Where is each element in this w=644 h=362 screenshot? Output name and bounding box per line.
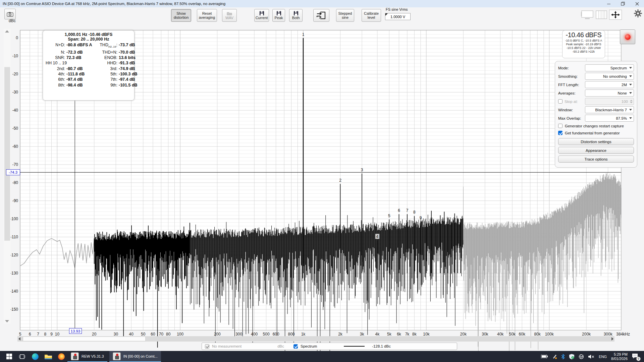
input-level-display: -10.46 dBFS -10.5 dBFS C, -10.5 dBFS A P…	[562, 30, 605, 58]
security-shield-icon[interactable]	[569, 354, 574, 359]
legend-bar: No measurement dBc Spectrum -128.1 dBc	[202, 343, 457, 350]
stepped-sine-button[interactable]: Stepped sine	[336, 9, 354, 22]
distortion-info-box: 1,000.01 Hz -10.46 dBFS Span: 20 .. 20,0…	[43, 30, 135, 101]
floppy-disk-icon	[294, 11, 298, 15]
screenshot-button[interactable]	[4, 9, 16, 19]
volume-muted-icon[interactable]	[588, 354, 594, 359]
stop-at-checkbox[interactable]	[558, 99, 562, 104]
firefox-button[interactable]	[57, 353, 65, 361]
svg-text:3k: 3k	[360, 332, 365, 337]
smoothing-dropdown[interactable]: No smoothing	[585, 73, 634, 80]
window-title: IN [00-00] on Comtrue ASIO Device GA at …	[3, 2, 225, 6]
cursor-frequency-readout: 13.93	[69, 328, 82, 334]
svg-text:70: 70	[159, 332, 164, 337]
layout-single-icon[interactable]	[581, 10, 594, 19]
taskbar-app-rew[interactable]: REW V5.31.3	[67, 351, 107, 362]
scroll-right-icon[interactable]	[611, 337, 613, 341]
taskbar-clock[interactable]: 5:29 PM 8/01/2026	[611, 352, 628, 361]
pen-icon[interactable]	[552, 354, 557, 359]
svg-text:1: 1	[302, 32, 305, 37]
restore-button[interactable]	[616, 0, 630, 7]
svg-text:8: 8	[44, 332, 47, 337]
no-measurement-checkbox[interactable]	[205, 344, 209, 349]
save-current-button[interactable]: Current	[254, 9, 269, 22]
svg-text:8k: 8k	[412, 332, 417, 337]
save-both-button[interactable]: Both	[289, 9, 303, 22]
appearance-button[interactable]: Appearance	[558, 147, 634, 154]
network-globe-icon[interactable]	[579, 354, 584, 359]
svg-text:200k: 200k	[582, 332, 591, 337]
minimize-button[interactable]	[602, 0, 616, 7]
vertical-scrollbar[interactable]	[4, 29, 11, 324]
record-button[interactable]	[620, 29, 635, 44]
spin-corner-icon	[385, 13, 388, 16]
svg-text:40: 40	[129, 332, 134, 337]
svg-text:-20: -20	[12, 72, 18, 76]
scroll-left-icon[interactable]	[18, 337, 20, 341]
svg-text:10: 10	[55, 332, 60, 337]
svg-text:-150: -150	[10, 307, 18, 312]
svg-text:-100: -100	[10, 217, 18, 221]
show-distortion-button[interactable]: Show distortion	[171, 9, 191, 22]
fundamental-from-generator-checkbox[interactable]	[558, 131, 562, 135]
chevron-down-icon	[629, 117, 632, 119]
floppy-disk-icon	[260, 11, 264, 15]
max-overlap-dropdown[interactable]: 87.5%	[585, 115, 634, 122]
svg-text:40k: 40k	[497, 332, 504, 337]
layout-columns-icon[interactable]	[596, 10, 607, 19]
svg-text:100k: 100k	[545, 332, 554, 337]
save-peak-button[interactable]: Peak	[272, 9, 285, 22]
settings-gear-icon[interactable]	[634, 9, 642, 17]
reset-averaging-button[interactable]: Reset averaging	[197, 9, 217, 22]
chevron-down-icon	[629, 92, 632, 94]
distortion-values-grid: N+D:-80.8 dBFS ATHDH2..19:-73.7 dB N:-72…	[46, 42, 131, 88]
taskbar-window-spectrum[interactable]: IN [00-00] on Comt...	[109, 351, 161, 362]
input-routing-button[interactable]	[313, 9, 329, 22]
task-view-button[interactable]	[18, 353, 26, 361]
toolbar: Show distortion Reset averaging WAV Curr…	[0, 7, 644, 23]
edge-browser-button[interactable]	[31, 353, 39, 361]
close-button[interactable]	[630, 0, 644, 7]
vertical-scroll-thumb[interactable]	[4, 67, 10, 241]
scroll-down-icon[interactable]	[5, 320, 9, 322]
language-indicator[interactable]: ENG	[599, 355, 607, 359]
input-level-main: -10.46 dBFS	[562, 31, 605, 39]
trace-options-button[interactable]: Trace options	[558, 156, 634, 163]
generator-restart-checkbox[interactable]	[558, 124, 562, 128]
horizontal-scroll-thumb[interactable]	[23, 337, 146, 341]
bluetooth-icon[interactable]	[561, 354, 565, 359]
svg-text:-140: -140	[10, 289, 18, 294]
windows-logo-icon	[6, 354, 12, 359]
distortion-settings-button[interactable]: Distortion settings	[558, 138, 634, 145]
svg-text:-120: -120	[10, 253, 18, 257]
svg-text:4k: 4k	[375, 332, 380, 337]
start-button[interactable]	[5, 353, 13, 361]
stop-at-spinner: 100	[585, 98, 634, 105]
window-dropdown[interactable]: Blackman-Harris 7	[585, 106, 634, 113]
mode-dropdown[interactable]: Spectrum	[585, 64, 634, 71]
horizontal-scrollbar[interactable]	[17, 336, 614, 342]
fft-length-dropdown[interactable]: 2M	[585, 81, 634, 88]
svg-text:4: 4	[376, 234, 379, 239]
file-explorer-button[interactable]	[44, 353, 52, 361]
chevron-down-icon	[629, 67, 632, 69]
svg-text:-110: -110	[10, 235, 18, 239]
svg-text:384kHz: 384kHz	[616, 332, 630, 337]
battery-icon[interactable]	[541, 355, 548, 358]
pan-arrows-button[interactable]	[609, 10, 622, 20]
averages-row: Averages:None	[558, 89, 634, 97]
averages-dropdown[interactable]: None	[585, 89, 634, 97]
svg-text:500: 500	[263, 332, 270, 337]
fs-sine-vrms-input[interactable]: 1.0000 V	[385, 13, 411, 20]
notification-center-button[interactable]: 9	[632, 353, 640, 360]
record-icon	[625, 34, 631, 40]
calibrate-level-button[interactable]: Calibrate level	[362, 9, 381, 22]
svg-text:80: 80	[166, 332, 171, 337]
svg-text:800: 800	[288, 332, 294, 337]
fs-sine-vrms-label: FS sine Vrms	[386, 7, 408, 11]
scroll-up-icon[interactable]	[5, 30, 9, 33]
taskbar: REW V5.31.3 IN [00-00] on Comt... ENG 5:…	[0, 351, 644, 362]
folder-icon	[45, 354, 52, 360]
svg-text:5k: 5k	[387, 332, 392, 337]
spectrum-trace-checkbox[interactable]	[293, 344, 298, 349]
